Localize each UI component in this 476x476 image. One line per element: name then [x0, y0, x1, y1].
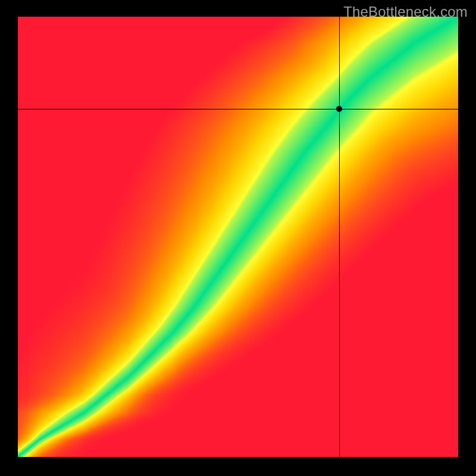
crosshair-horizontal — [18, 109, 458, 109]
crosshair-vertical — [339, 17, 340, 457]
chart-container: TheBottleneck.com — [0, 0, 476, 476]
crosshair-point — [336, 106, 342, 112]
watermark-text: TheBottleneck.com — [343, 4, 468, 20]
heatmap-canvas — [18, 17, 458, 457]
